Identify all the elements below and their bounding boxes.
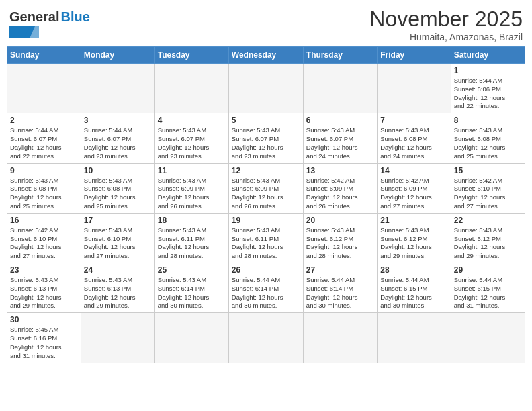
day-info: Sunrise: 5:43 AMSunset: 6:08 PMDaylight:…	[10, 177, 78, 211]
weekday-header-friday: Friday	[378, 47, 451, 64]
day-info: Sunrise: 5:44 AMSunset: 6:07 PMDaylight:…	[84, 126, 152, 161]
day-info: Sunrise: 5:43 AMSunset: 6:11 PMDaylight:…	[232, 226, 300, 261]
header: General Blue November 2025 Humaita, Amaz…	[7, 7, 525, 42]
day-cell	[81, 64, 154, 113]
day-cell: 9Sunrise: 5:43 AMSunset: 6:08 PMDaylight…	[7, 163, 81, 213]
day-number: 24	[84, 265, 152, 275]
day-info: Sunrise: 5:43 AMSunset: 6:11 PMDaylight:…	[158, 226, 226, 261]
day-number: 28	[380, 265, 447, 275]
day-info: Sunrise: 5:42 AMSunset: 6:09 PMDaylight:…	[306, 177, 374, 211]
day-info: Sunrise: 5:44 AMSunset: 6:14 PMDaylight:…	[232, 276, 300, 310]
day-info: Sunrise: 5:43 AMSunset: 6:14 PMDaylight:…	[158, 276, 226, 310]
day-info: Sunrise: 5:43 AMSunset: 6:12 PMDaylight:…	[380, 226, 447, 261]
day-cell	[303, 313, 377, 363]
day-cell: 12Sunrise: 5:43 AMSunset: 6:09 PMDayligh…	[228, 163, 303, 213]
day-number: 25	[158, 265, 226, 275]
day-cell	[378, 64, 451, 113]
day-cell	[81, 313, 154, 363]
day-cell: 2Sunrise: 5:44 AMSunset: 6:07 PMDaylight…	[7, 113, 81, 163]
day-info: Sunrise: 5:43 AMSunset: 6:12 PMDaylight:…	[306, 226, 374, 261]
weekday-header-sunday: Sunday	[7, 47, 81, 64]
day-number: 5	[232, 116, 300, 125]
day-cell: 1Sunrise: 5:44 AMSunset: 6:06 PMDaylight…	[451, 64, 525, 113]
day-cell: 24Sunrise: 5:43 AMSunset: 6:13 PMDayligh…	[81, 263, 154, 313]
day-number: 11	[158, 166, 226, 175]
day-info: Sunrise: 5:43 AMSunset: 6:08 PMDaylight:…	[380, 126, 447, 161]
week-row-6: 30Sunrise: 5:45 AMSunset: 6:16 PMDayligh…	[7, 313, 525, 363]
day-info: Sunrise: 5:43 AMSunset: 6:08 PMDaylight:…	[454, 126, 522, 161]
logo-text-normal: General	[9, 9, 59, 25]
day-number: 14	[380, 166, 447, 175]
day-cell	[154, 64, 228, 113]
day-cell	[378, 313, 451, 363]
day-cell: 16Sunrise: 5:42 AMSunset: 6:10 PMDayligh…	[7, 213, 81, 263]
day-cell: 17Sunrise: 5:43 AMSunset: 6:10 PMDayligh…	[81, 213, 154, 263]
logo-icon	[9, 26, 39, 38]
month-year: November 2025	[369, 7, 523, 32]
day-info: Sunrise: 5:44 AMSunset: 6:15 PMDaylight:…	[380, 276, 447, 310]
day-info: Sunrise: 5:44 AMSunset: 6:14 PMDaylight:…	[306, 276, 374, 310]
day-cell	[228, 313, 303, 363]
location: Humaita, Amazonas, Brazil	[369, 32, 523, 42]
week-row-4: 16Sunrise: 5:42 AMSunset: 6:10 PMDayligh…	[7, 213, 525, 263]
day-number: 6	[306, 116, 374, 125]
day-number: 2	[10, 116, 78, 125]
day-number: 27	[306, 265, 374, 275]
week-row-3: 9Sunrise: 5:43 AMSunset: 6:08 PMDaylight…	[7, 163, 525, 213]
day-cell: 28Sunrise: 5:44 AMSunset: 6:15 PMDayligh…	[378, 263, 451, 313]
title-area: November 2025 Humaita, Amazonas, Brazil	[369, 7, 523, 42]
day-cell: 3Sunrise: 5:44 AMSunset: 6:07 PMDaylight…	[81, 113, 154, 163]
day-info: Sunrise: 5:43 AMSunset: 6:08 PMDaylight:…	[84, 177, 152, 211]
logo: General Blue	[9, 7, 90, 38]
day-info: Sunrise: 5:43 AMSunset: 6:12 PMDaylight:…	[454, 226, 522, 261]
weekday-header-saturday: Saturday	[451, 47, 525, 64]
week-row-5: 23Sunrise: 5:43 AMSunset: 6:13 PMDayligh…	[7, 263, 525, 313]
day-info: Sunrise: 5:44 AMSunset: 6:15 PMDaylight:…	[454, 276, 522, 310]
day-info: Sunrise: 5:42 AMSunset: 6:09 PMDaylight:…	[380, 177, 447, 211]
day-cell: 19Sunrise: 5:43 AMSunset: 6:11 PMDayligh…	[228, 213, 303, 263]
logo-text-blue: Blue	[60, 9, 89, 25]
day-number: 29	[454, 265, 522, 275]
day-cell	[451, 313, 525, 363]
day-cell: 5Sunrise: 5:43 AMSunset: 6:07 PMDaylight…	[228, 113, 303, 163]
day-cell: 23Sunrise: 5:43 AMSunset: 6:13 PMDayligh…	[7, 263, 81, 313]
day-number: 7	[380, 116, 447, 125]
weekday-header-monday: Monday	[81, 47, 154, 64]
day-cell	[7, 64, 81, 113]
day-number: 21	[380, 216, 447, 225]
day-number: 12	[232, 166, 300, 175]
calendar: SundayMondayTuesdayWednesdayThursdayFrid…	[7, 46, 525, 363]
day-number: 26	[232, 265, 300, 275]
day-info: Sunrise: 5:43 AMSunset: 6:09 PMDaylight:…	[158, 177, 226, 211]
day-info: Sunrise: 5:43 AMSunset: 6:07 PMDaylight:…	[232, 126, 300, 161]
day-info: Sunrise: 5:43 AMSunset: 6:13 PMDaylight:…	[84, 276, 152, 310]
day-cell: 14Sunrise: 5:42 AMSunset: 6:09 PMDayligh…	[378, 163, 451, 213]
day-cell	[303, 64, 377, 113]
day-info: Sunrise: 5:45 AMSunset: 6:16 PMDaylight:…	[10, 326, 78, 360]
day-cell: 20Sunrise: 5:43 AMSunset: 6:12 PMDayligh…	[303, 213, 377, 263]
day-cell: 30Sunrise: 5:45 AMSunset: 6:16 PMDayligh…	[7, 313, 81, 363]
day-cell: 4Sunrise: 5:43 AMSunset: 6:07 PMDaylight…	[154, 113, 228, 163]
day-cell: 21Sunrise: 5:43 AMSunset: 6:12 PMDayligh…	[378, 213, 451, 263]
day-info: Sunrise: 5:43 AMSunset: 6:10 PMDaylight:…	[84, 226, 152, 261]
day-number: 9	[10, 166, 78, 175]
day-number: 20	[306, 216, 374, 225]
day-cell: 6Sunrise: 5:43 AMSunset: 6:07 PMDaylight…	[303, 113, 377, 163]
day-cell: 7Sunrise: 5:43 AMSunset: 6:08 PMDaylight…	[378, 113, 451, 163]
day-cell: 26Sunrise: 5:44 AMSunset: 6:14 PMDayligh…	[228, 263, 303, 313]
day-cell: 18Sunrise: 5:43 AMSunset: 6:11 PMDayligh…	[154, 213, 228, 263]
day-number: 10	[84, 166, 152, 175]
day-number: 8	[454, 116, 522, 125]
day-info: Sunrise: 5:43 AMSunset: 6:13 PMDaylight:…	[10, 276, 78, 310]
day-number: 4	[158, 116, 226, 125]
weekday-header-row: SundayMondayTuesdayWednesdayThursdayFrid…	[7, 47, 525, 64]
day-number: 13	[306, 166, 374, 175]
day-cell: 29Sunrise: 5:44 AMSunset: 6:15 PMDayligh…	[451, 263, 525, 313]
day-info: Sunrise: 5:43 AMSunset: 6:09 PMDaylight:…	[232, 177, 300, 211]
day-number: 1	[454, 66, 522, 75]
day-info: Sunrise: 5:42 AMSunset: 6:10 PMDaylight:…	[454, 177, 522, 211]
day-info: Sunrise: 5:43 AMSunset: 6:07 PMDaylight:…	[158, 126, 226, 161]
day-number: 17	[84, 216, 152, 225]
week-row-2: 2Sunrise: 5:44 AMSunset: 6:07 PMDaylight…	[7, 113, 525, 163]
day-cell	[154, 313, 228, 363]
